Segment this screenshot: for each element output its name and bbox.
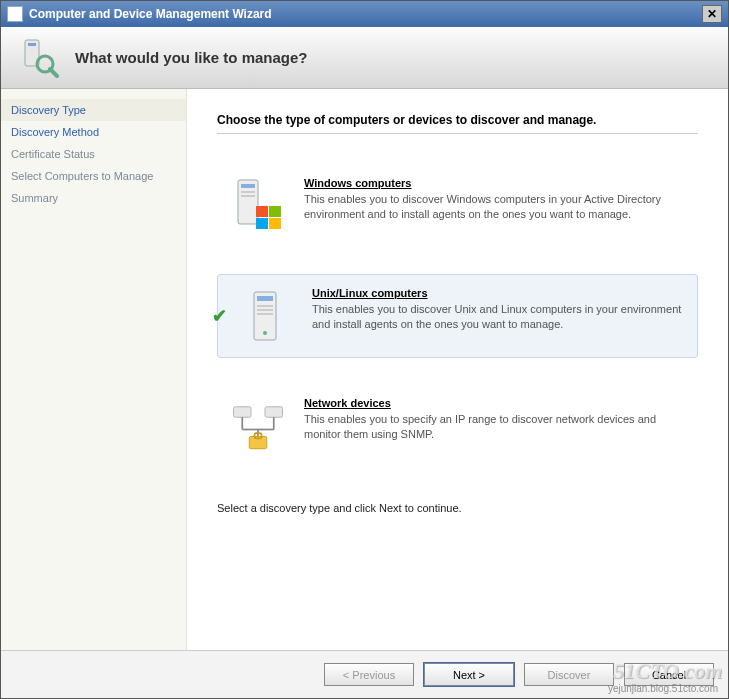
wizard-window: Computer and Device Management Wizard ✕ … [0,0,729,699]
svg-rect-7 [241,195,255,197]
banner-heading: What would you like to manage? [75,49,308,66]
windows-computers-icon [230,175,286,237]
svg-rect-10 [256,218,268,229]
checkmark-icon: ✔ [212,305,227,327]
svg-rect-16 [257,313,273,315]
wizard-step-link[interactable]: Discovery Method [1,121,186,143]
app-icon [7,6,23,22]
option-title: Unix/Linux computers [312,287,685,299]
main-panel: Choose the type of computers or devices … [187,89,728,650]
svg-rect-1 [28,43,36,46]
option-description: This enables you to specify an IP range … [304,412,685,442]
svg-rect-5 [241,184,255,188]
close-icon: ✕ [707,7,717,21]
svg-rect-8 [256,206,268,217]
svg-point-17 [263,331,267,335]
discovery-type-option[interactable]: ✔Windows computersThis enables you to di… [217,164,698,248]
window-title: Computer and Device Management Wizard [29,7,272,21]
svg-rect-15 [257,309,273,311]
svg-rect-14 [257,305,273,307]
instruction-text: Choose the type of computers or devices … [217,113,698,134]
discovery-type-options: ✔Windows computersThis enables you to di… [217,164,698,468]
close-button[interactable]: ✕ [702,5,722,23]
discovery-type-option[interactable]: ✔Unix/Linux computersThis enables you to… [217,274,698,358]
banner: What would you like to manage? [1,27,728,89]
cancel-button[interactable]: Cancel [624,663,714,686]
wizard-step-link[interactable]: Select Computers to Manage [1,165,186,187]
wizard-steps-sidebar: Discovery TypeDiscovery MethodCertificat… [1,89,187,650]
svg-rect-6 [241,191,255,193]
option-title: Windows computers [304,177,685,189]
previous-button[interactable]: < Previous [324,663,414,686]
option-description: This enables you to discover Windows com… [304,192,685,222]
svg-rect-9 [269,206,281,217]
svg-rect-11 [269,218,281,229]
wizard-step-link[interactable]: Discovery Type [1,99,186,121]
wizard-step-link[interactable]: Summary [1,187,186,209]
svg-rect-19 [265,407,283,418]
option-description: This enables you to discover Unix and Li… [312,302,685,332]
wizard-step-link[interactable]: Certificate Status [1,143,186,165]
svg-rect-13 [257,296,273,301]
unix-linux-computers-icon [238,285,294,347]
discover-button[interactable]: Discover [524,663,614,686]
next-button[interactable]: Next > [424,663,514,686]
network-devices-icon [230,395,286,457]
banner-discovery-icon [19,38,59,78]
titlebar: Computer and Device Management Wizard ✕ [1,1,728,27]
svg-rect-18 [234,407,252,418]
discovery-type-option[interactable]: ✔Network devicesThis enables you to spec… [217,384,698,468]
option-title: Network devices [304,397,685,409]
hint-text: Select a discovery type and click Next t… [217,502,698,514]
wizard-footer: < Previous Next > Discover Cancel [1,650,728,698]
svg-line-3 [50,69,57,76]
